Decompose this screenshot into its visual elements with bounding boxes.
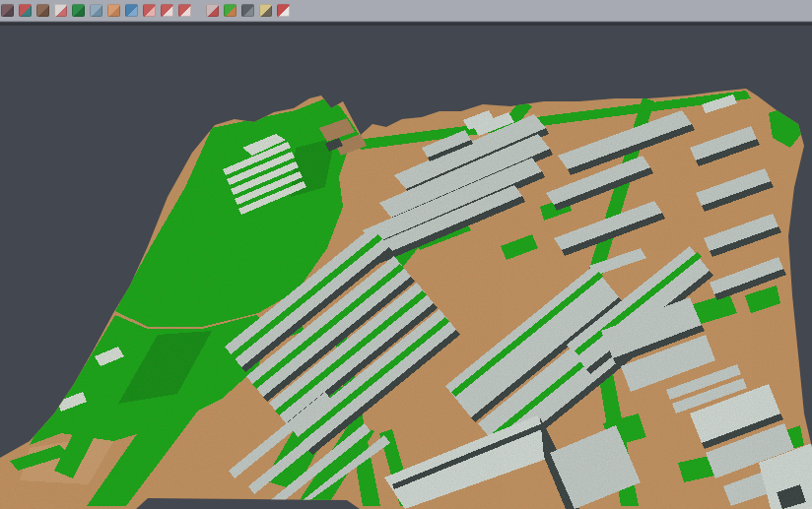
orbit-view-icon[interactable] [241,4,254,17]
flag-red-icon[interactable] [277,4,290,17]
building-class-icon[interactable] [90,4,102,17]
rectangle-select-icon[interactable] [178,4,191,17]
profile-lines-icon[interactable] [143,4,156,17]
ground-class-icon[interactable] [107,4,120,17]
3d-viewport[interactable] [0,26,812,509]
terrain-mound-icon[interactable] [36,4,49,17]
toolbar [0,0,812,22]
grid-points-icon[interactable] [206,4,219,17]
application-window [0,0,812,509]
sparse-points-icon[interactable] [54,4,67,17]
point-classes-icon[interactable] [19,4,32,17]
point-cloud-scene [0,26,812,509]
edit-points-icon[interactable] [1,4,14,17]
noise-overlay [0,26,812,509]
vegetation-class-icon[interactable] [72,4,85,17]
globe-icon[interactable] [125,4,138,17]
circle-select-icon[interactable] [161,4,173,17]
classified-view-icon[interactable] [224,4,237,17]
measure-area-icon[interactable] [259,4,272,17]
